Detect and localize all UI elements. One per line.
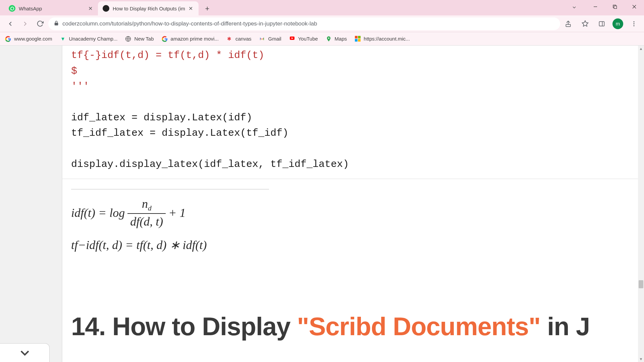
bookmark-star-icon[interactable] bbox=[579, 18, 591, 30]
bookmark-newtab[interactable]: New Tab bbox=[125, 36, 154, 42]
tab-title: WhatsApp bbox=[19, 6, 85, 11]
svg-point-11 bbox=[633, 25, 634, 26]
code-line: $ bbox=[71, 63, 635, 79]
new-tab-button[interactable]: + bbox=[201, 3, 213, 15]
window-controls bbox=[586, 0, 644, 13]
close-icon[interactable]: ✕ bbox=[188, 5, 194, 11]
svg-point-10 bbox=[633, 23, 634, 24]
google-icon bbox=[5, 36, 11, 42]
google-icon bbox=[161, 36, 168, 42]
site-favicon bbox=[103, 5, 109, 12]
gmail-icon bbox=[259, 36, 265, 42]
bookmark-maps[interactable]: Maps bbox=[325, 36, 347, 42]
code-line: display.display_latex(idf_latex, tf_idf_… bbox=[71, 157, 635, 172]
maximize-button[interactable] bbox=[605, 0, 625, 13]
svg-rect-19 bbox=[358, 39, 361, 42]
share-icon[interactable] bbox=[562, 18, 574, 30]
code-line: idf_latex = display.Latex(idf) bbox=[71, 110, 635, 126]
tab-title: How to Display Rich Outputs (im bbox=[113, 6, 185, 11]
code-line: ''' bbox=[71, 79, 635, 95]
chevron-down-icon bbox=[17, 346, 32, 360]
article-page: tf{-}idf(t,d) = tf(t,d) * idf(t) $ ''' i… bbox=[62, 46, 644, 362]
bookmark-canvas[interactable]: ✱canvas bbox=[226, 36, 252, 42]
code-block: tf{-}idf(t,d) = tf(t,d) * idf(t) $ ''' i… bbox=[62, 46, 644, 179]
section-heading-wrap: 14. How to Display "Scribd Documents" in… bbox=[62, 282, 644, 354]
back-button[interactable] bbox=[4, 17, 17, 30]
scrollbar-thumb[interactable] bbox=[639, 280, 643, 288]
url-input[interactable]: coderzcolumn.com/tutorials/python/how-to… bbox=[48, 17, 560, 30]
forward-button[interactable] bbox=[19, 17, 32, 30]
bookmark-unacademy[interactable]: ▼Unacademy Champ... bbox=[59, 36, 117, 42]
left-gutter bbox=[0, 46, 62, 362]
vertical-scrollbar[interactable]: ▲ ▼ bbox=[638, 46, 644, 362]
scroll-down-arrow[interactable]: ▼ bbox=[638, 356, 644, 362]
page-content: tf{-}idf(t,d) = tf(t,d) * idf(t) $ ''' i… bbox=[0, 46, 644, 362]
math-equation-2: tf−idf(t, d) = tf(t, d) ∗ idf(t) bbox=[71, 238, 635, 252]
code-line: tf_idf_latex = display.Latex(tf_idf) bbox=[71, 125, 635, 141]
output-divider bbox=[71, 189, 269, 189]
bookmark-youtube[interactable]: YouTube bbox=[289, 36, 318, 42]
unacademy-icon: ▼ bbox=[59, 36, 66, 42]
profile-avatar[interactable]: m bbox=[612, 18, 623, 29]
microsoft-icon bbox=[354, 36, 361, 42]
section-heading: 14. How to Display "Scribd Documents" in… bbox=[71, 312, 635, 341]
latex-output: idf(t) = log nd df(d, t) + 1 tf−idf(t, d… bbox=[62, 179, 644, 282]
maps-icon bbox=[325, 36, 332, 42]
close-window-button[interactable] bbox=[625, 0, 644, 13]
globe-icon bbox=[125, 36, 131, 42]
code-line: tf{-}idf(t,d) = tf(t,d) * idf(t) bbox=[71, 48, 635, 63]
bookmark-gmail[interactable]: Gmail bbox=[259, 36, 281, 42]
tab-search-button[interactable] bbox=[572, 5, 577, 11]
svg-rect-7 bbox=[599, 21, 604, 26]
address-bar: coderzcolumn.com/tutorials/python/how-to… bbox=[0, 15, 644, 32]
bookmarks-bar: www.google.com ▼Unacademy Champ... New T… bbox=[0, 32, 644, 46]
browser-titlebar: WhatsApp ✕ How to Display Rich Outputs (… bbox=[0, 0, 644, 15]
lock-icon bbox=[54, 20, 59, 27]
bookmark-microsoft[interactable]: https://account.mic... bbox=[354, 36, 410, 42]
canvas-icon: ✱ bbox=[226, 36, 233, 42]
collapse-toggle[interactable] bbox=[0, 343, 50, 362]
bookmark-google[interactable]: www.google.com bbox=[5, 36, 52, 42]
svg-marker-6 bbox=[582, 21, 588, 26]
reload-button[interactable] bbox=[34, 17, 46, 30]
whatsapp-icon bbox=[9, 5, 15, 12]
scroll-up-arrow[interactable]: ▲ bbox=[638, 46, 644, 52]
svg-rect-18 bbox=[355, 39, 358, 42]
minimize-button[interactable] bbox=[586, 0, 605, 13]
menu-icon[interactable] bbox=[628, 18, 640, 30]
svg-rect-2 bbox=[614, 6, 617, 9]
svg-point-9 bbox=[633, 21, 634, 22]
svg-rect-17 bbox=[358, 36, 361, 39]
sidepanel-icon[interactable] bbox=[596, 18, 608, 30]
tab-whatsapp[interactable]: WhatsApp ✕ bbox=[4, 1, 98, 15]
bookmark-amazon[interactable]: amazon prime movi... bbox=[161, 36, 219, 42]
url-text: coderzcolumn.com/tutorials/python/how-to… bbox=[62, 20, 555, 27]
svg-point-15 bbox=[328, 37, 329, 39]
tab-active[interactable]: How to Display Rich Outputs (im ✕ bbox=[98, 1, 199, 15]
youtube-icon bbox=[289, 36, 296, 42]
math-equation-1: idf(t) = log nd df(d, t) + 1 bbox=[71, 197, 635, 229]
close-icon[interactable]: ✕ bbox=[87, 5, 93, 11]
svg-rect-16 bbox=[355, 36, 358, 39]
